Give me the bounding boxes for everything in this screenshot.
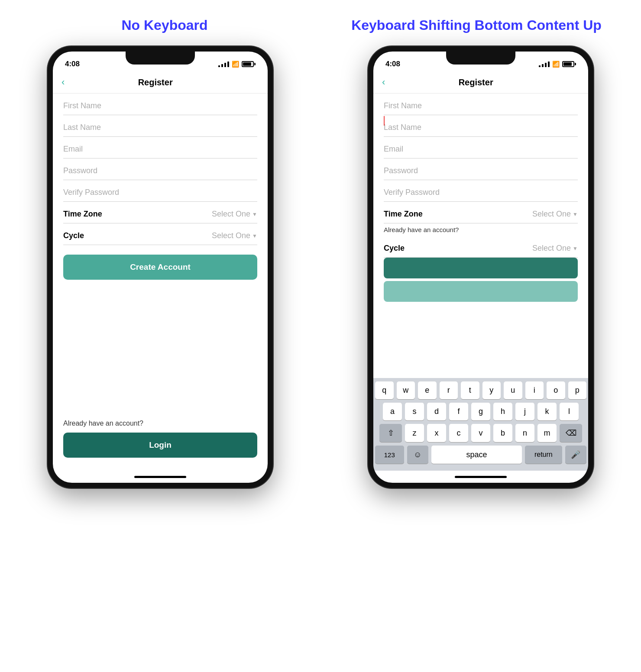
right-password-field[interactable] xyxy=(384,158,578,180)
left-password-field[interactable] xyxy=(63,158,257,180)
left-back-button[interactable]: ‹ xyxy=(62,77,65,88)
key-j[interactable]: j xyxy=(515,403,534,420)
left-cycle-label: Cycle xyxy=(63,231,84,240)
key-backspace[interactable]: ⌫ xyxy=(560,424,582,442)
left-phone-screen: 4:08 📶 ‹ Reg xyxy=(53,52,268,483)
key-v[interactable]: v xyxy=(471,424,490,442)
left-signal-icon xyxy=(218,61,229,67)
right-timezone-label: Time Zone xyxy=(384,210,423,219)
right-cycle-label: Cycle xyxy=(384,244,405,253)
right-form-content: Time Zone Select One ▼ Already have an a… xyxy=(373,94,588,378)
key-space[interactable]: space xyxy=(431,446,522,464)
key-r[interactable]: r xyxy=(440,381,458,399)
right-cycle-chevron-icon: ▼ xyxy=(573,246,578,252)
right-password-input[interactable] xyxy=(384,166,578,175)
key-g[interactable]: g xyxy=(471,403,490,420)
right-battery-icon xyxy=(562,61,576,67)
right-timezone-chevron-icon: ▼ xyxy=(573,211,578,217)
right-status-time: 4:08 xyxy=(385,60,400,68)
key-h[interactable]: h xyxy=(493,403,512,420)
right-section-title: Keyboard Shifting Bottom Content Up xyxy=(336,17,617,33)
key-shift[interactable]: ⇧ xyxy=(379,424,402,442)
right-phone-screen: 4:08 📶 ‹ Reg xyxy=(373,52,588,483)
right-timezone-row[interactable]: Time Zone Select One ▼ xyxy=(384,202,578,223)
key-mic[interactable]: 🎤 xyxy=(565,446,586,464)
right-notch xyxy=(446,52,515,65)
left-wifi-icon: 📶 xyxy=(232,61,239,68)
key-o[interactable]: o xyxy=(547,381,565,399)
key-numbers[interactable]: 123 xyxy=(375,446,404,464)
key-l[interactable]: l xyxy=(560,403,579,420)
key-m[interactable]: m xyxy=(537,424,557,442)
right-keyboard-row-1: q w e r t y u i o p xyxy=(375,381,586,399)
left-form-content: Time Zone Select One ▼ Cycle Select One … xyxy=(53,94,268,410)
key-y[interactable]: y xyxy=(482,381,501,399)
left-status-time: 4:08 xyxy=(65,60,80,68)
right-email-input[interactable] xyxy=(384,145,578,154)
key-a[interactable]: a xyxy=(383,403,402,420)
left-verify-password-field[interactable] xyxy=(63,180,257,202)
key-p[interactable]: p xyxy=(568,381,587,399)
right-cycle-value[interactable]: Select One ▼ xyxy=(532,244,578,253)
key-emoji[interactable]: ☺ xyxy=(407,446,428,464)
left-first-name-input[interactable] xyxy=(63,101,257,110)
key-q[interactable]: q xyxy=(375,381,394,399)
left-email-input[interactable] xyxy=(63,145,257,154)
key-s[interactable]: s xyxy=(405,403,424,420)
right-signal-icon xyxy=(539,61,550,67)
right-back-button[interactable]: ‹ xyxy=(382,77,385,88)
left-create-account-button[interactable]: Create Account xyxy=(63,255,257,280)
right-timezone-value-text: Select One xyxy=(532,210,571,219)
key-u[interactable]: u xyxy=(504,381,522,399)
right-wifi-icon: 📶 xyxy=(552,61,560,68)
left-phone-frame: 4:08 📶 ‹ Reg xyxy=(48,46,273,488)
left-cycle-row[interactable]: Cycle Select One ▼ xyxy=(63,223,257,245)
right-verify-password-input[interactable] xyxy=(384,188,578,197)
key-w[interactable]: w xyxy=(397,381,415,399)
key-n[interactable]: n xyxy=(515,424,534,442)
right-keyboard-row-3: ⇧ z x c v b n m ⌫ xyxy=(375,424,586,442)
key-f[interactable]: f xyxy=(449,403,468,420)
right-email-field[interactable] xyxy=(384,137,578,158)
key-k[interactable]: k xyxy=(537,403,557,420)
left-already-text: Already have an account? xyxy=(63,420,257,427)
left-timezone-row[interactable]: Time Zone Select One ▼ xyxy=(63,202,257,223)
right-verify-password-field[interactable] xyxy=(384,180,578,202)
left-email-field[interactable] xyxy=(63,137,257,158)
key-d[interactable]: d xyxy=(427,403,446,420)
right-timezone-value[interactable]: Select One ▼ xyxy=(532,210,578,219)
left-home-bar xyxy=(134,476,186,478)
left-timezone-label: Time Zone xyxy=(63,210,102,219)
left-verify-password-input[interactable] xyxy=(63,188,257,197)
left-first-name-field[interactable] xyxy=(63,94,257,115)
key-b[interactable]: b xyxy=(493,424,512,442)
right-first-name-field[interactable] xyxy=(384,94,578,115)
left-timezone-value[interactable]: Select One ▼ xyxy=(212,210,257,219)
left-password-input[interactable] xyxy=(63,166,257,175)
right-last-name-field[interactable] xyxy=(384,115,578,137)
right-home-indicator xyxy=(373,471,588,483)
right-login-bar[interactable] xyxy=(384,281,578,302)
key-z[interactable]: z xyxy=(405,424,424,442)
right-status-icons: 📶 xyxy=(539,61,576,68)
key-x[interactable]: x xyxy=(427,424,446,442)
left-cycle-value[interactable]: Select One ▼ xyxy=(212,231,257,240)
left-last-name-input[interactable] xyxy=(63,123,257,132)
right-create-account-bar[interactable] xyxy=(384,258,578,278)
left-section-title: No Keyboard xyxy=(24,17,305,33)
right-first-name-input[interactable] xyxy=(384,101,578,110)
right-keyboard[interactable]: q w e r t y u i o p a s d f g h xyxy=(373,378,588,471)
key-i[interactable]: i xyxy=(525,381,544,399)
key-e[interactable]: e xyxy=(418,381,437,399)
key-t[interactable]: t xyxy=(461,381,479,399)
key-c[interactable]: c xyxy=(449,424,468,442)
left-login-button[interactable]: Login xyxy=(63,433,257,458)
right-keyboard-row-2: a s d f g h j k l xyxy=(375,403,586,420)
right-home-bar xyxy=(455,476,507,478)
right-keyboard-row-4: 123 ☺ space return 🎤 xyxy=(375,446,586,464)
right-cycle-row[interactable]: Cycle Select One ▼ xyxy=(384,236,578,258)
right-last-name-input[interactable] xyxy=(384,123,578,132)
left-status-icons: 📶 xyxy=(218,61,256,68)
left-last-name-field[interactable] xyxy=(63,115,257,137)
key-return[interactable]: return xyxy=(525,446,562,464)
